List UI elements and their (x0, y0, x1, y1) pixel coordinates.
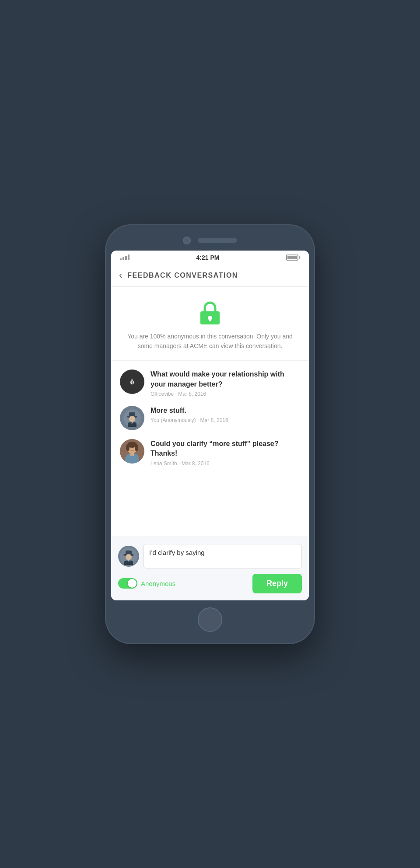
message-text: What would make your relationship with y… (150, 370, 300, 389)
phone-device: 4:21 PM ‹ FEEDBACK CONVERSATION (105, 224, 315, 644)
bottom-action-row: Anonymous Reply (118, 574, 302, 593)
back-button[interactable]: ‹ (119, 270, 122, 281)
list-item: More stuff. You (Anonymously) · Mar 8, 2… (120, 406, 300, 430)
content-area: You are 100% anonymous in this conversat… (111, 287, 309, 537)
lock-icon (197, 299, 223, 325)
svg-point-21 (126, 554, 132, 560)
message-body: More stuff. You (Anonymously) · Mar 8, 2… (150, 406, 228, 423)
message-meta: Officevibe · Mar 8, 2016 (150, 391, 300, 397)
status-time: 4:21 PM (196, 254, 220, 261)
svg-point-15 (135, 444, 138, 451)
svg-rect-22 (124, 561, 133, 565)
anon-avatar-icon (123, 409, 141, 427)
svg-point-14 (126, 444, 130, 451)
svg-rect-17 (130, 452, 134, 456)
message-body: Could you clarify “more stuff” please? T… (150, 439, 300, 467)
svg-rect-9 (128, 422, 136, 427)
list-item: Could you clarify “more stuff” please? T… (120, 439, 300, 467)
svg-point-8 (129, 416, 135, 422)
avatar (120, 439, 144, 464)
avatar (118, 546, 139, 567)
message-text: Could you clarify “more stuff” please? T… (150, 439, 300, 459)
messages-list: õ What would make your relationship with… (111, 361, 309, 471)
earpiece-speaker (198, 238, 237, 243)
avatar (120, 406, 144, 430)
anonymous-toggle[interactable] (118, 578, 137, 589)
phone-screen: 4:21 PM ‹ FEEDBACK CONVERSATION (111, 251, 309, 600)
list-item: õ What would make your relationship with… (120, 370, 300, 397)
anonymous-description: You are 100% anonymous in this conversat… (124, 331, 296, 351)
reply-text-input[interactable] (144, 544, 302, 568)
anonymous-toggle-label: Anonymous (141, 580, 175, 587)
anonymous-toggle-group: Anonymous (118, 578, 175, 589)
anonymous-info-block: You are 100% anonymous in this conversat… (111, 287, 309, 361)
svg-rect-2 (209, 318, 211, 321)
front-camera (183, 237, 191, 244)
home-button[interactable] (198, 607, 222, 632)
input-row (118, 544, 302, 568)
nav-bar: ‹ FEEDBACK CONVERSATION (111, 264, 309, 287)
battery-icon (286, 254, 300, 261)
phone-bottom-bar (111, 607, 309, 632)
phone-top-bar (111, 237, 309, 244)
signal-icon (120, 254, 130, 260)
message-meta: Lena Smith · Mar 8, 2016 (150, 460, 300, 467)
lena-avatar-icon (120, 439, 144, 464)
toggle-thumb (128, 579, 136, 588)
page-title: FEEDBACK CONVERSATION (127, 272, 238, 279)
avatar: õ (120, 370, 144, 394)
svg-text:õ: õ (130, 377, 134, 386)
message-text: More stuff. (150, 406, 228, 415)
status-bar: 4:21 PM (111, 251, 309, 264)
message-body: What would make your relationship with y… (150, 370, 300, 397)
officevibe-logo-icon: õ (124, 374, 140, 390)
anon-input-avatar-icon (120, 547, 137, 565)
message-meta: You (Anonymously) · Mar 8, 2016 (150, 417, 228, 423)
reply-input-area: Anonymous Reply (111, 537, 309, 600)
reply-button[interactable]: Reply (252, 574, 302, 593)
